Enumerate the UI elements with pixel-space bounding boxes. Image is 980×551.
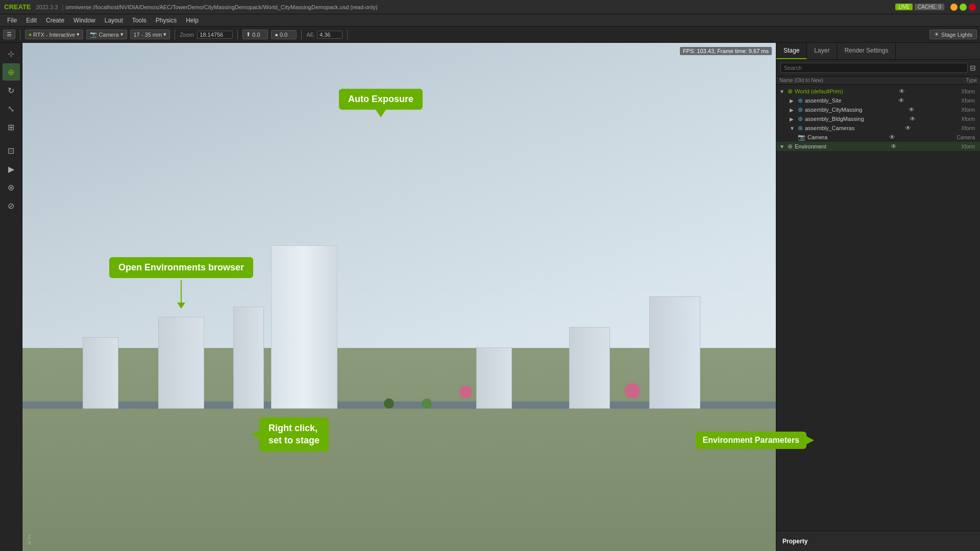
- tab-layer[interactable]: Layer: [807, 43, 837, 59]
- y-coord-btn[interactable]: ● 0.0: [271, 30, 297, 39]
- toolbar-separator-4: [301, 30, 302, 40]
- tree-row-camera[interactable]: 📷 Camera 👁 Camera: [776, 133, 980, 142]
- scene-building-right1: [649, 296, 700, 409]
- scene-building-left3: [233, 307, 264, 409]
- toolbar-separator-2: [175, 30, 175, 40]
- sidebar-play-tool[interactable]: ▶: [3, 160, 20, 178]
- tree-label-bldg: assembly_BldgMassing: [805, 116, 864, 122]
- lens-selector[interactable]: 17 - 35 mm ▾: [130, 30, 170, 39]
- auto-exposure-arrow: [376, 110, 386, 117]
- live-badge: LIVE: [895, 4, 913, 10]
- tree-arrow-world: ▼: [779, 89, 786, 94]
- tree-icon-camera: 📷: [798, 134, 805, 141]
- tree-icon-world: ⊕: [788, 88, 793, 95]
- tree-row-environment[interactable]: ▼ ⊕ Environment 👁 Xform: [776, 142, 980, 151]
- menu-layout[interactable]: Layout: [101, 16, 127, 25]
- minimize-button[interactable]: [950, 4, 958, 11]
- menu-window[interactable]: Window: [69, 16, 100, 25]
- tree-eye-cameras[interactable]: 👁: [905, 124, 911, 132]
- tree-type-city: Xform: [961, 107, 977, 113]
- tree-eye-site[interactable]: 👁: [898, 97, 904, 104]
- toolbar-separator-1: [20, 30, 20, 40]
- sidebar-move-tool[interactable]: ⊕: [3, 63, 20, 81]
- stage-search-input[interactable]: [780, 63, 968, 73]
- tree-row-site[interactable]: ▶ ⊕ assembly_Site 👁 Xform: [776, 96, 980, 105]
- sidebar-rotate-tool[interactable]: ↻: [3, 82, 20, 99]
- open-env-callout: Open Environments browser: [109, 257, 253, 278]
- tree-label-city: assembly_CityMassing: [805, 107, 862, 113]
- toolbar: ☰ ● RTX - Interactive ▾ 📷 Camera ▾ 17 - …: [0, 27, 980, 43]
- viewport-container[interactable]: FPS: 103.43, Frame time: 9.67 ms Z X Aut…: [22, 43, 776, 551]
- menu-tools[interactable]: Tools: [128, 16, 151, 25]
- scene-building-right3: [476, 347, 512, 409]
- tab-render-settings[interactable]: Render Settings: [837, 43, 896, 59]
- auto-exposure-callout: Auto Exposure: [339, 89, 423, 110]
- tree-label-env: Environment: [795, 143, 826, 149]
- stage-lights-button[interactable]: ☀ Stage Lights: [929, 30, 977, 39]
- app-version: 2022.3.3: [36, 4, 58, 10]
- sidebar-scale-tool[interactable]: ⤡: [3, 100, 20, 117]
- camera-selector[interactable]: 📷 Camera ▾: [86, 30, 127, 39]
- file-path: omniverse://localhost/NVIDIA/Demos/AEC/T…: [65, 4, 891, 10]
- stage-tabs: Stage Layer Render Settings: [776, 43, 980, 60]
- menu-physics[interactable]: Physics: [152, 16, 181, 25]
- property-tab-label[interactable]: Property: [782, 538, 807, 545]
- tree-icon-env: ⊕: [788, 143, 793, 150]
- tree-type-env: Xform: [961, 144, 977, 149]
- tree-type-bldg: Xform: [961, 116, 977, 122]
- menu-help[interactable]: Help: [182, 16, 203, 25]
- maximize-button[interactable]: [960, 4, 967, 11]
- sidebar-physics-tool[interactable]: ⊛: [3, 179, 20, 196]
- ae-input[interactable]: [317, 31, 342, 39]
- ae-label: AE: [306, 32, 314, 38]
- stage-tree-header: Name (Old to New) Type: [776, 77, 980, 85]
- stage-search-bar: ⊟: [776, 60, 980, 77]
- menu-bar: File Edit Create Window Layout Tools Phy…: [0, 14, 980, 27]
- viewport-scene: FPS: 103.43, Frame time: 9.67 ms Z X Aut…: [22, 43, 776, 551]
- stage-tree: ▼ ⊕ World (defaultPrim) 👁 Xform ▶ ⊕ asse…: [776, 85, 980, 531]
- tree-row-cameras[interactable]: ▼ ⊕ assembly_Cameras 👁 Xform: [776, 123, 980, 133]
- tree-label-camera: Camera: [807, 134, 827, 140]
- scene-building-center: [271, 245, 337, 409]
- zoom-input[interactable]: [197, 31, 233, 39]
- env-params-arrow-right: [806, 436, 814, 444]
- close-button[interactable]: [969, 4, 976, 11]
- tree-label-site: assembly_Site: [805, 97, 842, 104]
- stage-filter-button[interactable]: ⊟: [970, 64, 976, 72]
- toolbar-hamburger[interactable]: ☰: [3, 30, 15, 39]
- right-panel: Stage Layer Render Settings ⊟ Name (Old …: [776, 43, 980, 551]
- coord-display: Z X: [28, 534, 31, 546]
- sidebar-select-tool[interactable]: ⊹: [3, 45, 20, 62]
- sidebar-snap-tool[interactable]: ⊡: [3, 142, 20, 159]
- tree-row-world[interactable]: ▼ ⊕ World (defaultPrim) 👁 Xform: [776, 87, 980, 96]
- toolbar-separator-5: [347, 30, 348, 40]
- tree-type-cameras: Xform: [961, 126, 977, 131]
- main-layout: ⊹ ⊕ ↻ ⤡ ⊞ ⊡ ▶ ⊛ ⊘: [0, 43, 980, 551]
- sidebar-gizmo-tool[interactable]: ⊞: [3, 118, 20, 136]
- tree-label-world: World (defaultPrim): [795, 88, 843, 94]
- tab-stage[interactable]: Stage: [776, 43, 807, 59]
- tree-label-cameras: assembly_Cameras: [805, 125, 854, 131]
- menu-edit[interactable]: Edit: [22, 16, 41, 25]
- menu-create[interactable]: Create: [42, 16, 68, 25]
- right-click-arrow-left: [252, 431, 259, 439]
- title-bar: CREATE 2022.3.3 | omniverse://localhost/…: [0, 0, 980, 14]
- tree-arrow-env: ▼: [779, 144, 786, 149]
- sidebar-paint-tool[interactable]: ⊘: [3, 197, 20, 214]
- tree-eye-world[interactable]: 👁: [899, 88, 905, 95]
- property-panel-header: Property: [776, 531, 980, 551]
- tree-eye-city[interactable]: 👁: [909, 106, 915, 113]
- tree-arrow-site: ▶: [790, 98, 796, 104]
- tree-row-bldg[interactable]: ▶ ⊕ assembly_BldgMassing 👁 Xform: [776, 114, 980, 123]
- tree-row-city[interactable]: ▶ ⊕ assembly_CityMassing 👁 Xform: [776, 105, 980, 114]
- viewport[interactable]: FPS: 103.43, Frame time: 9.67 ms Z X Aut…: [22, 43, 776, 551]
- tree-type-site: Xform: [961, 98, 977, 104]
- tree-eye-camera[interactable]: 👁: [889, 134, 895, 141]
- x-coord-btn[interactable]: ⬆ 0.0: [242, 30, 268, 39]
- menu-file[interactable]: File: [3, 16, 21, 25]
- tree-eye-bldg[interactable]: 👁: [910, 115, 916, 122]
- tree-eye-env[interactable]: 👁: [891, 143, 897, 150]
- scene-building-left2: [83, 337, 118, 409]
- rtx-mode-button[interactable]: ● RTX - Interactive ▾: [25, 30, 83, 39]
- tree-type-world: Xform: [961, 89, 977, 94]
